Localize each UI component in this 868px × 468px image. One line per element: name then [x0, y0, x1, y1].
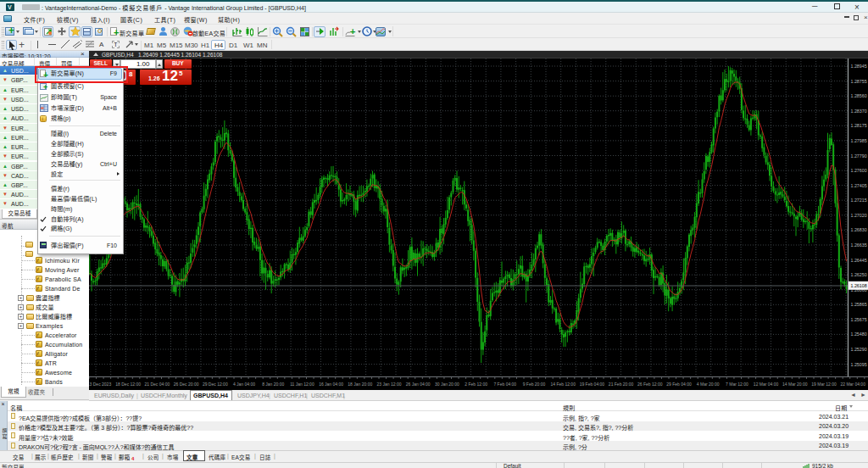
- svg-text:19 Feb 04:00: 19 Feb 04:00: [580, 382, 605, 387]
- svg-text:1.28755: 1.28755: [851, 79, 867, 84]
- svg-text:16 Jan 04:00: 16 Jan 04:00: [319, 382, 343, 387]
- svg-text:29 Feb 04:00: 29 Feb 04:00: [666, 382, 692, 387]
- svg-text:26 Jan 04:00: 26 Jan 04:00: [406, 382, 431, 387]
- svg-text:26 Feb 12:00: 26 Feb 12:00: [637, 382, 663, 387]
- svg-text:11 Jan 12:00: 11 Jan 12:00: [290, 382, 314, 387]
- svg-text:21 Feb 20:00: 21 Feb 20:00: [609, 382, 634, 387]
- svg-text:26 Dec 20:00: 26 Dec 20:00: [174, 382, 199, 387]
- svg-text:1.27405: 1.27405: [851, 183, 867, 188]
- svg-text:18 Jan 20:00: 18 Jan 20:00: [348, 382, 372, 387]
- svg-text:1.25480: 1.25480: [851, 332, 867, 337]
- svg-text:14 Feb 12:00: 14 Feb 12:00: [550, 382, 576, 387]
- svg-text:29 Dec 12:00: 29 Dec 12:00: [203, 382, 228, 387]
- svg-text:19 Mar 12:00: 19 Mar 12:00: [811, 382, 837, 387]
- svg-text:7 Feb 04:00: 7 Feb 04:00: [493, 382, 516, 387]
- svg-text:1.25095: 1.25095: [851, 362, 867, 367]
- svg-text:12 Mar 04:00: 12 Mar 04:00: [754, 382, 779, 387]
- svg-text:21 Dec 04:00: 21 Dec 04:00: [145, 382, 170, 387]
- svg-text:1.27985: 1.27985: [851, 138, 867, 143]
- svg-text:1.28370: 1.28370: [851, 109, 867, 114]
- svg-text:1.27600: 1.27600: [851, 168, 867, 173]
- svg-text:18 Dec 12:00: 18 Dec 12:00: [115, 382, 141, 387]
- svg-text:1.28560: 1.28560: [851, 93, 867, 98]
- svg-text:30 Jan 20:00: 30 Jan 20:00: [435, 382, 459, 387]
- svg-text:14 Mar 20:00: 14 Mar 20:00: [782, 382, 808, 387]
- svg-text:1.26445: 1.26445: [851, 258, 867, 263]
- svg-text:4 Jan 04:00: 4 Jan 04:00: [233, 382, 255, 387]
- svg-text:1.26108: 1.26108: [851, 283, 867, 288]
- svg-text:1.25865: 1.25865: [851, 302, 867, 307]
- svg-text:1.27020: 1.27020: [851, 213, 867, 218]
- svg-text:23 Jan 12:00: 23 Jan 12:00: [377, 382, 402, 387]
- svg-text:8 Jan 20:00: 8 Jan 20:00: [262, 382, 284, 387]
- svg-text:13 Dec 2023: 13 Dec 2023: [89, 382, 111, 387]
- svg-text:22 Mar 04:00: 22 Mar 04:00: [840, 382, 865, 387]
- svg-text:2 Feb 12:00: 2 Feb 12:00: [465, 382, 487, 387]
- svg-text:1.28945: 1.28945: [851, 64, 867, 69]
- svg-text:1.25290: 1.25290: [851, 347, 867, 352]
- svg-text:1.26635: 1.26635: [851, 242, 867, 248]
- svg-text:4 Mar 20:00: 4 Mar 20:00: [697, 382, 720, 387]
- svg-text:1.28175: 1.28175: [851, 123, 867, 128]
- svg-text:1.27215: 1.27215: [851, 198, 867, 203]
- svg-text:1.27790: 1.27790: [851, 153, 867, 159]
- svg-text:1.26830: 1.26830: [851, 227, 867, 232]
- svg-text:1.25675: 1.25675: [851, 317, 867, 322]
- svg-text:9 Feb 20:00: 9 Feb 20:00: [523, 382, 546, 387]
- svg-text:1.26250: 1.26250: [851, 272, 867, 277]
- svg-text:7 Mar 12:00: 7 Mar 12:00: [726, 382, 748, 387]
